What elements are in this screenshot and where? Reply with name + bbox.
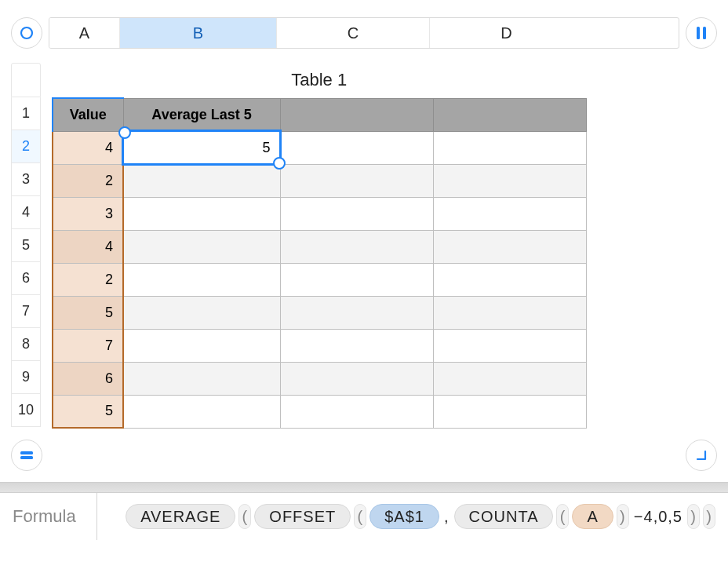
header-cell-text: Value xyxy=(70,107,107,122)
cell[interactable] xyxy=(433,263,586,296)
cell[interactable]: 5 xyxy=(53,296,123,329)
cell[interactable] xyxy=(123,362,280,395)
spreadsheet-grid: Value Average Last 5 4 5 2 3 xyxy=(52,97,587,429)
cell[interactable] xyxy=(433,164,586,197)
row-header-3[interactable]: 3 xyxy=(11,163,41,196)
formula-token-close-paren: ) xyxy=(687,504,700,529)
cell[interactable] xyxy=(123,395,280,428)
cell[interactable] xyxy=(123,296,280,329)
col-header-label: A xyxy=(79,24,89,42)
add-column-button[interactable] xyxy=(686,17,717,49)
svg-rect-4 xyxy=(20,456,33,459)
cell[interactable]: 2 xyxy=(53,164,123,197)
table-row: 6 xyxy=(53,362,586,395)
formula-token-ref[interactable]: $A$1 xyxy=(369,504,439,529)
cell[interactable] xyxy=(280,197,433,230)
table-row: 2 xyxy=(53,164,586,197)
formula-token-ref[interactable]: A xyxy=(572,504,613,529)
cell[interactable] xyxy=(123,164,280,197)
header-cell-b[interactable]: Average Last 5 xyxy=(123,98,280,131)
row-header-label: 4 xyxy=(22,204,30,221)
cell-value: 2 xyxy=(105,272,113,287)
header-cell-d[interactable] xyxy=(433,98,586,131)
pane-divider[interactable] xyxy=(0,482,728,493)
header-cell-c[interactable] xyxy=(280,98,433,131)
cell[interactable] xyxy=(280,164,433,197)
select-all-handle[interactable] xyxy=(11,17,42,49)
cell[interactable]: 5 xyxy=(53,395,123,428)
formula-editor[interactable]: AVERAGE ( OFFSET ( $A$1 , COUNTA ( A ) −… xyxy=(97,504,715,529)
token-text: OFFSET xyxy=(269,508,336,526)
cell[interactable]: 4 xyxy=(53,230,123,263)
formula-token-func[interactable]: OFFSET xyxy=(254,504,351,529)
cell-value: 3 xyxy=(105,206,113,221)
row-header-4[interactable]: 4 xyxy=(11,196,41,229)
cell[interactable] xyxy=(433,131,586,164)
cell[interactable] xyxy=(280,230,433,263)
col-header-d[interactable]: D xyxy=(430,18,583,48)
cell[interactable]: 7 xyxy=(53,329,123,362)
svg-point-0 xyxy=(21,27,32,38)
token-text: COUNTA xyxy=(469,508,539,526)
token-text: AVERAGE xyxy=(140,508,220,526)
table-title[interactable]: Table 1 xyxy=(52,63,587,97)
cell[interactable] xyxy=(280,362,433,395)
cell[interactable] xyxy=(123,263,280,296)
col-header-label: B xyxy=(193,24,203,42)
row-header-7[interactable]: 7 xyxy=(11,295,41,328)
row-header-label: 5 xyxy=(22,237,30,254)
cell[interactable] xyxy=(433,395,586,428)
col-header-label: C xyxy=(348,24,359,42)
corner-icon xyxy=(694,448,708,462)
cell[interactable]: 2 xyxy=(53,263,123,296)
header-cell-a[interactable]: Value xyxy=(53,98,123,131)
cell[interactable] xyxy=(280,131,433,164)
col-header-a[interactable]: A xyxy=(49,18,120,48)
cell[interactable] xyxy=(280,263,433,296)
row-header-10[interactable]: 10 xyxy=(11,394,41,427)
cell[interactable]: 3 xyxy=(53,197,123,230)
formula-token-func[interactable]: AVERAGE xyxy=(126,504,235,529)
formula-label: Formula xyxy=(13,493,97,540)
row-header-2[interactable]: 2 xyxy=(11,130,41,163)
row-header-8[interactable]: 8 xyxy=(11,328,41,361)
svg-rect-3 xyxy=(20,451,33,454)
svg-rect-1 xyxy=(697,27,700,39)
row-header-9[interactable]: 9 xyxy=(11,361,41,394)
row-header-6[interactable]: 6 xyxy=(11,262,41,295)
row-header-1[interactable]: 1 xyxy=(11,97,41,130)
corner-handle-button[interactable] xyxy=(686,440,717,471)
cell[interactable] xyxy=(433,329,586,362)
cell[interactable]: 6 xyxy=(53,362,123,395)
cell[interactable] xyxy=(433,230,586,263)
cell[interactable] xyxy=(123,329,280,362)
row-header-5[interactable]: 5 xyxy=(11,229,41,262)
row-header-label: 6 xyxy=(22,270,30,286)
cell-value: 5 xyxy=(262,140,270,155)
col-header-c[interactable]: C xyxy=(277,18,430,48)
cell-value: 4 xyxy=(105,140,113,155)
formula-token-func[interactable]: COUNTA xyxy=(454,504,554,529)
cell[interactable] xyxy=(280,296,433,329)
column-headers: A B C D xyxy=(49,17,679,49)
cell[interactable] xyxy=(433,296,586,329)
cell[interactable] xyxy=(280,395,433,428)
cell-value: 6 xyxy=(105,370,113,386)
add-row-button[interactable] xyxy=(11,440,42,471)
svg-rect-2 xyxy=(703,27,706,39)
formula-token-literal: −4,0,5 xyxy=(632,508,684,526)
cell[interactable] xyxy=(123,197,280,230)
cell[interactable] xyxy=(123,230,280,263)
cell[interactable] xyxy=(433,197,586,230)
table-row: 2 xyxy=(53,263,586,296)
table-title-text: Table 1 xyxy=(291,70,347,90)
col-header-b[interactable]: B xyxy=(120,18,277,48)
cell[interactable] xyxy=(280,329,433,362)
table-row: 3 xyxy=(53,197,586,230)
table-row: 4 xyxy=(53,230,586,263)
cell-value: 5 xyxy=(105,305,113,320)
col-header-label: D xyxy=(500,24,511,42)
cell[interactable]: 4 xyxy=(53,131,123,164)
cell[interactable] xyxy=(433,362,586,395)
selected-cell[interactable]: 5 xyxy=(123,131,280,164)
